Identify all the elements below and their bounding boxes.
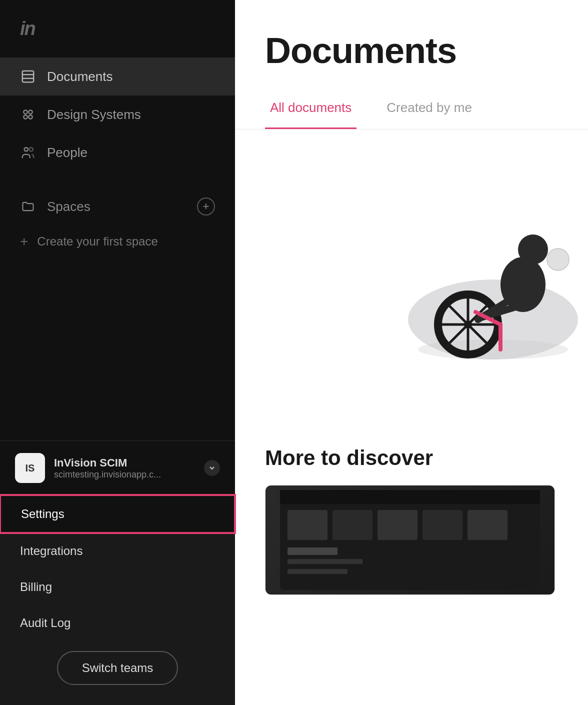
svg-rect-33: [288, 569, 348, 574]
spaces-header: Spaces +: [0, 186, 235, 226]
logo-area: in: [0, 0, 235, 58]
team-info: InVision SCIM scimtesting.invisionapp.c.…: [54, 456, 195, 480]
switch-teams-label: Switch teams: [82, 661, 154, 674]
audit-log-menu-item[interactable]: Audit Log: [0, 605, 235, 641]
spaces-label: Spaces: [47, 199, 90, 214]
sidebar-item-design-systems[interactable]: Design Systems: [0, 96, 235, 134]
svg-point-6: [28, 115, 32, 119]
tabs-section: All documents Created by me: [235, 86, 588, 130]
design-systems-icon: [20, 106, 36, 122]
sidebar-item-people-label: People: [47, 145, 88, 160]
audit-log-label: Audit Log: [20, 616, 70, 630]
switch-teams-container: Switch teams: [0, 641, 235, 705]
svg-rect-25: [280, 490, 540, 504]
sidebar: in Documents: [0, 0, 235, 705]
discover-card[interactable]: [265, 485, 555, 595]
discover-card-inner: [266, 486, 554, 594]
create-space-plus-icon: +: [20, 234, 28, 248]
svg-rect-27: [332, 510, 372, 540]
svg-rect-28: [378, 510, 418, 540]
tab-created-by-me-label: Created by me: [386, 100, 472, 115]
create-space-label: Create your first space: [37, 234, 158, 248]
svg-point-8: [30, 148, 34, 152]
svg-point-3: [24, 110, 28, 114]
illustration-area: [295, 170, 588, 370]
sidebar-item-documents[interactable]: Documents: [0, 58, 235, 96]
spaces-icon: [20, 198, 36, 214]
svg-rect-29: [422, 510, 462, 540]
invision-logo: in: [20, 18, 35, 40]
more-to-discover-section: More to discover: [265, 446, 558, 595]
team-dropdown-menu: Settings Integrations Billing Audit Log …: [0, 495, 235, 705]
svg-rect-31: [288, 548, 338, 555]
team-dropdown-button[interactable]: [204, 460, 220, 476]
documents-icon: [20, 68, 36, 84]
svg-point-5: [24, 115, 28, 119]
svg-point-4: [28, 110, 32, 114]
main-body: More to discover: [235, 130, 588, 705]
discover-card-image: [280, 490, 540, 590]
add-space-button[interactable]: +: [197, 198, 215, 216]
integrations-label: Integrations: [20, 544, 82, 558]
illustration: [378, 170, 588, 370]
billing-label: Billing: [20, 580, 52, 594]
tab-all-documents[interactable]: All documents: [265, 86, 356, 129]
svg-rect-32: [288, 559, 362, 564]
sidebar-navigation: Documents Design Systems: [0, 58, 235, 440]
spaces-section: Spaces + + Create your first space: [0, 186, 235, 256]
svg-rect-26: [288, 510, 328, 540]
main-title: Documents: [235, 0, 588, 86]
tab-all-documents-label: All documents: [270, 100, 352, 115]
team-card[interactable]: IS InVision SCIM scimtesting.invisionapp…: [15, 453, 220, 483]
billing-menu-item[interactable]: Billing: [0, 569, 235, 605]
sidebar-item-documents-label: Documents: [47, 69, 113, 84]
more-to-discover-title: More to discover: [265, 446, 558, 470]
tab-created-by-me[interactable]: Created by me: [382, 86, 477, 129]
svg-point-23: [547, 248, 569, 270]
settings-menu-item[interactable]: Settings: [0, 495, 235, 533]
create-first-space-item[interactable]: + Create your first space: [0, 226, 235, 256]
settings-highlight-wrapper: Settings: [0, 495, 235, 533]
team-section: IS InVision SCIM scimtesting.invisionapp…: [0, 440, 235, 495]
svg-point-7: [24, 148, 28, 152]
add-space-plus-icon: +: [203, 201, 210, 212]
team-avatar: IS: [15, 453, 45, 483]
svg-rect-30: [468, 510, 508, 540]
switch-teams-button[interactable]: Switch teams: [57, 651, 178, 685]
svg-rect-0: [22, 71, 34, 82]
main-content: Documents All documents Created by me: [235, 0, 588, 705]
integrations-menu-item[interactable]: Integrations: [0, 533, 235, 569]
people-icon: [20, 144, 36, 160]
svg-point-18: [518, 234, 548, 264]
team-url: scimtesting.invisionapp.c...: [54, 470, 195, 480]
team-name: InVision SCIM: [54, 456, 195, 470]
settings-label: Settings: [21, 507, 64, 521]
sidebar-item-design-systems-label: Design Systems: [47, 107, 141, 122]
chevron-down-icon: [208, 464, 216, 472]
sidebar-item-people[interactable]: People: [0, 134, 235, 172]
